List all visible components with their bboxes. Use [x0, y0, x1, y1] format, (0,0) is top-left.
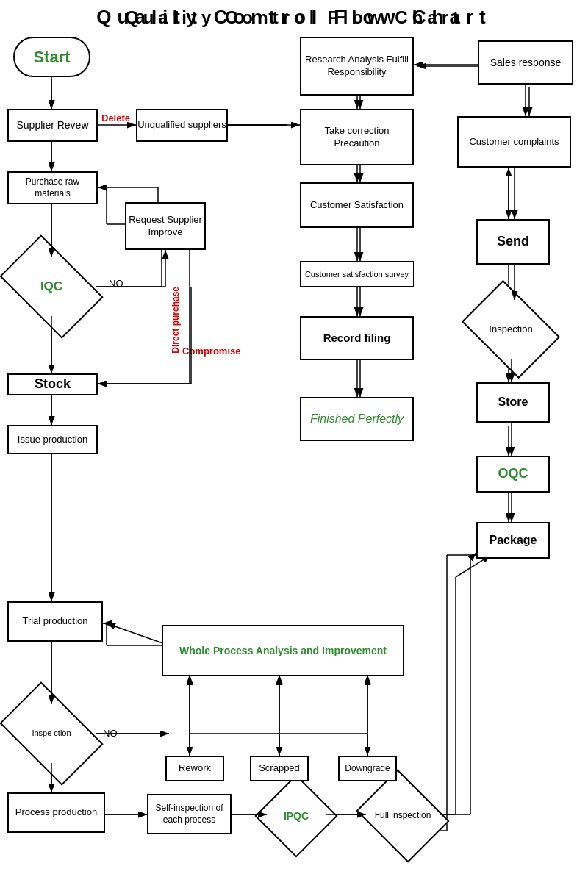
- whole-process-box: Whole Process Analysis and Improvement: [162, 625, 404, 676]
- iqc-diamond: IQC: [7, 257, 96, 316]
- chart-container: Quality Control Flow Chart: [0, 0, 588, 888]
- send-box: Send: [476, 219, 550, 265]
- request-supplier-box: Request Supplier Improve: [125, 202, 206, 250]
- supplier-revew-box: Supplier Revew: [7, 109, 98, 142]
- full-inspect-diamond: Full inspection: [366, 787, 440, 845]
- store-box: Store: [476, 382, 550, 423]
- process-prod-box: Process production: [7, 792, 105, 833]
- issue-prod-box: Issue production: [7, 425, 98, 454]
- inspection-diamond-right: Inspection: [470, 300, 551, 359]
- inspection-diamond-left: Inspe ction: [7, 704, 96, 763]
- unqualified-box: Unqualified suppliers: [136, 109, 228, 142]
- start-box: Start: [13, 37, 90, 77]
- record-filing-box: Record filing: [300, 316, 414, 360]
- package-box: Package: [476, 522, 550, 559]
- self-inspect-box: Self-inspection of each process: [147, 794, 232, 834]
- svg-line-60: [470, 553, 476, 559]
- start-label: Start: [33, 48, 70, 67]
- no1-label: NO: [109, 278, 123, 289]
- no2-label: NO: [103, 728, 118, 739]
- direct-purchase-label: Direct purchase: [171, 287, 181, 354]
- cust-sat-survey-box: Customer satisfaction survey: [300, 261, 414, 287]
- sales-response-box: Sales response: [478, 40, 573, 85]
- svg-line-41: [107, 623, 169, 645]
- customer-sat-box: Customer Satisfaction: [300, 182, 414, 228]
- finished-box: Finished Perfectly: [300, 397, 414, 441]
- chart-title: Quality Control Flow Chart: [0, 7, 588, 28]
- purchase-raw-box: Purchase raw materials: [7, 171, 98, 204]
- scrapped-box: Scrapped: [250, 756, 309, 781]
- stock-box: Stock: [7, 373, 98, 395]
- delete-label: Delete: [101, 112, 130, 123]
- compromise-label: Compromise: [182, 345, 240, 357]
- rework-box: Rework: [165, 756, 224, 781]
- take-correction-box: Take correction Precaution: [300, 109, 414, 165]
- downgrade-box: Downgrade: [338, 756, 397, 781]
- oqc-box: OQC: [476, 456, 550, 493]
- trial-prod-box: Trial production: [7, 601, 103, 642]
- customer-complaints-box: Customer complaints: [457, 116, 571, 168]
- research-box: Research Analysis Fulfill Responsibility: [300, 37, 414, 96]
- ipqc-diamond: IPQC: [267, 787, 326, 845]
